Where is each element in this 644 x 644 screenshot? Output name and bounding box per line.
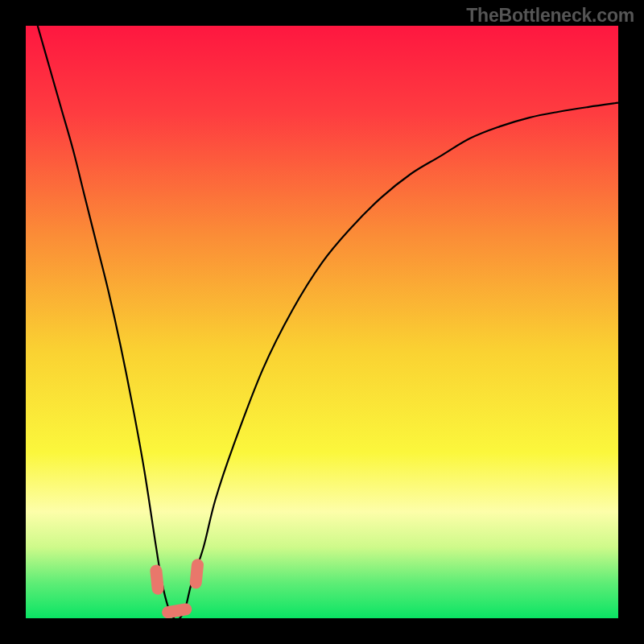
watermark-label: TheBottleneck.com	[466, 5, 634, 27]
plot-area	[26, 26, 618, 618]
bottleneck-chart	[26, 26, 618, 618]
chart-frame: TheBottleneck.com	[0, 0, 644, 644]
